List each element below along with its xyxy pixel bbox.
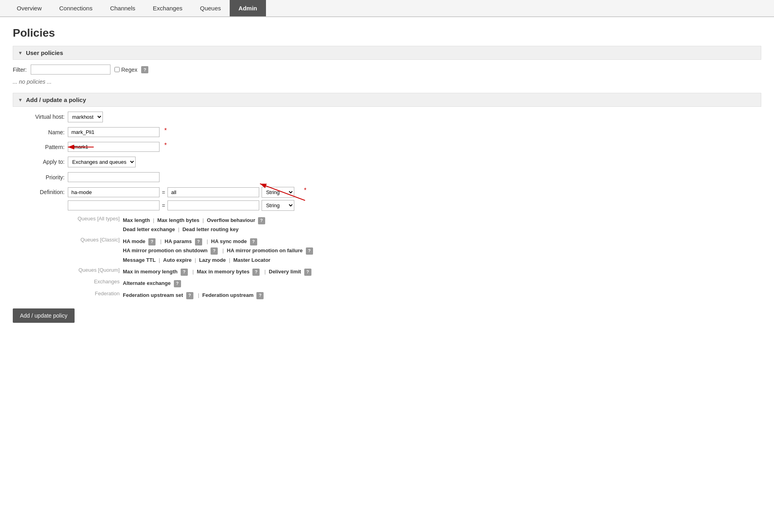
pattern-required-star: * [164,142,167,149]
filter-label: Filter: [13,67,27,73]
hint-lazy-mode[interactable]: Lazy mode [199,257,226,263]
hint-queues-quorum-label: Queues [Quorum] [68,267,120,273]
def-value-1[interactable] [167,187,259,197]
hint-dead-letter-routing-key[interactable]: Dead letter routing key [182,226,238,232]
navigation: Overview Connections Channels Exchanges … [0,0,774,17]
definition-row-1: = [68,187,294,198]
hint-ha-sync-mode[interactable]: HA sync mode [211,238,247,244]
regex-checkbox[interactable] [114,67,120,72]
ha-sync-help-icon[interactable]: ? [250,238,257,245]
priority-label: Priority: [13,172,65,181]
priority-input[interactable] [68,172,160,182]
def-value-2[interactable] [167,200,259,210]
hint-queues-all: Queues [All types] Max length | Max leng… [68,216,761,234]
nav-exchanges[interactable]: Exchanges [144,0,191,16]
hint-queues-all-links: Max length | Max length bytes | Overflow… [123,216,265,234]
definition-hints: Queues [All types] Max length | Max leng… [68,216,761,300]
federation-upstream-set-help-icon[interactable]: ? [186,292,193,299]
apply-to-row: Apply to: Exchanges and queues Exchanges… [13,157,761,167]
regex-help-icon[interactable]: ? [141,66,148,73]
add-update-policy-button[interactable]: Add / update policy [13,308,75,323]
hint-max-in-memory-bytes[interactable]: Max in memory bytes [197,269,250,275]
ha-params-help-icon[interactable]: ? [195,238,202,245]
filter-row: Filter: Regex ? [13,65,761,75]
user-policies-section-label: User policies [26,49,63,56]
def-type-2[interactable]: String Number Boolean List [262,200,294,211]
hint-exchanges: Exchanges Alternate exchange ? [68,279,761,288]
hint-ha-params[interactable]: HA params [165,238,192,244]
add-policy-section-label: Add / update a policy [26,96,86,103]
pattern-label: Pattern: [13,142,65,150]
def-equals-2: = [162,202,165,209]
hint-queues-all-label: Queues [All types] [68,216,120,222]
ha-mirror-shutdown-help-icon[interactable]: ? [211,247,218,255]
nav-admin[interactable]: Admin [230,0,266,16]
hint-queues-classic: Queues [Classic] HA mode ? | HA params ?… [68,237,761,265]
ha-mirror-failure-help-icon[interactable]: ? [306,247,313,255]
overflow-help-icon[interactable]: ? [258,217,265,224]
hint-federation: Federation Federation upstream set ? | F… [68,291,761,300]
hint-ha-mirror-failure[interactable]: HA mirror promotion on failure [227,247,303,253]
hint-delivery-limit[interactable]: Delivery limit [269,269,301,275]
hint-overflow-behaviour[interactable]: Overflow behaviour [207,217,255,223]
nav-queues[interactable]: Queues [191,0,230,16]
name-row: Name: * [13,127,761,137]
priority-row: Priority: [13,172,761,182]
hint-alternate-exchange[interactable]: Alternate exchange [123,280,171,286]
pattern-input[interactable] [68,142,160,152]
name-input[interactable] [68,127,160,137]
add-policy-section-header[interactable]: ▼ Add / update a policy [13,93,761,107]
user-policies-section-header[interactable]: ▼ User policies [13,46,761,60]
definition-label: Definition: [13,187,65,195]
filter-input[interactable] [31,65,110,75]
hint-ha-mirror-shutdown[interactable]: HA mirror promotion on shutdown [123,247,208,253]
hint-max-length-bytes[interactable]: Max length bytes [158,217,199,223]
definition-row-2: = String Number Boolean List [68,200,294,211]
hint-message-ttl[interactable]: Message TTL [123,257,156,263]
hint-max-in-memory-length[interactable]: Max in memory length [123,269,177,275]
hint-exchanges-label: Exchanges [68,279,120,285]
hint-federation-upstream-set[interactable]: Federation upstream set [123,292,183,298]
virtual-host-select[interactable]: markhost / [68,112,103,122]
def-key-2[interactable] [68,200,160,210]
hint-master-locator[interactable]: Master Locator [233,257,270,263]
hint-federation-upstream[interactable]: Federation upstream [202,292,254,298]
hint-queues-classic-label: Queues [Classic] [68,237,120,243]
definition-row: Definition: = [13,187,761,211]
hint-queues-quorum-links: Max in memory length ? | Max in memory b… [123,267,313,276]
hint-federation-label: Federation [68,291,120,296]
regex-checkbox-label: Regex [114,67,137,73]
def-key-1[interactable] [68,187,160,197]
collapse-arrow-icon: ▼ [18,50,23,56]
nav-channels[interactable]: Channels [101,0,144,16]
ha-mode-help-icon[interactable]: ? [148,238,156,245]
hint-dead-letter-exchange[interactable]: Dead letter exchange [123,226,175,232]
page-content: Policies ▼ User policies Filter: Regex ?… [0,17,774,332]
alternate-exchange-help-icon[interactable]: ? [174,280,181,287]
federation-upstream-help-icon[interactable]: ? [256,292,264,299]
definition-required-star: * [304,187,306,194]
hint-auto-expire[interactable]: Auto expire [163,257,192,263]
max-in-memory-length-help-icon[interactable]: ? [181,269,188,276]
virtual-host-row: Virtual host: markhost / [13,112,761,122]
hint-ha-mode[interactable]: HA mode [123,238,146,244]
max-in-memory-bytes-help-icon[interactable]: ? [252,269,260,276]
apply-to-select[interactable]: Exchanges and queues Exchanges Queues [68,157,136,167]
collapse-arrow-add-icon: ▼ [18,97,23,103]
hint-queues-classic-links: HA mode ? | HA params ? | HA sync mode ?… [123,237,315,265]
hint-exchanges-links: Alternate exchange ? [123,279,183,288]
delivery-limit-help-icon[interactable]: ? [304,269,311,276]
apply-to-label: Apply to: [13,157,65,165]
page-title: Policies [13,27,761,39]
pattern-row: Pattern: * [13,142,761,152]
hint-federation-links: Federation upstream set ? | Federation u… [123,291,265,300]
nav-overview[interactable]: Overview [8,0,51,16]
def-equals-1: = [162,189,165,196]
add-policy-form: Virtual host: markhost / Name: * Pattern… [13,112,761,323]
virtual-host-label: Virtual host: [13,112,65,120]
def-type-1[interactable]: String Number Boolean List [262,187,294,198]
hint-max-length[interactable]: Max length [123,217,150,223]
hint-queues-quorum: Queues [Quorum] Max in memory length ? |… [68,267,761,276]
nav-connections[interactable]: Connections [51,0,101,16]
name-required-star: * [164,127,167,134]
